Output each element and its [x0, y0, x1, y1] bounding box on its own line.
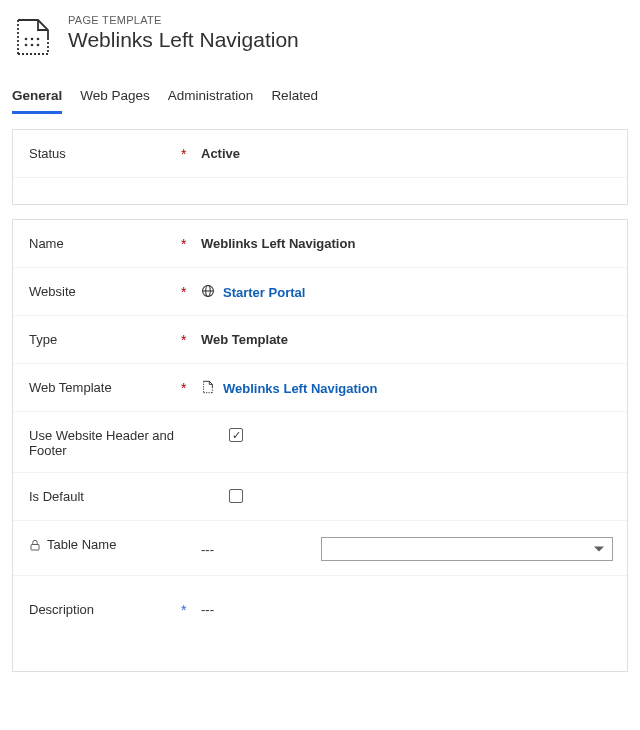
svg-point-4	[31, 38, 34, 41]
document-icon	[201, 380, 215, 397]
website-label: Website	[29, 284, 181, 299]
description-recommended-mark: *	[181, 602, 201, 617]
website-value[interactable]: Starter Portal	[223, 285, 305, 300]
website-required-mark: *	[181, 284, 201, 299]
svg-point-8	[37, 44, 40, 47]
svg-point-7	[31, 44, 34, 47]
svg-point-5	[37, 38, 40, 41]
web-template-value[interactable]: Weblinks Left Navigation	[223, 381, 377, 396]
type-label: Type	[29, 332, 181, 347]
is-default-label: Is Default	[29, 489, 181, 504]
globe-icon	[201, 284, 215, 301]
status-label: Status	[29, 146, 181, 161]
tab-administration[interactable]: Administration	[168, 84, 254, 114]
status-required-mark: *	[181, 146, 201, 161]
is-default-checkbox[interactable]	[229, 489, 243, 503]
status-card: Status * Active	[12, 129, 628, 205]
web-template-required-mark: *	[181, 380, 201, 395]
tab-bar: General Web Pages Administration Related	[0, 84, 640, 115]
header-eyebrow: PAGE TEMPLATE	[68, 14, 299, 26]
page-title: Weblinks Left Navigation	[68, 28, 299, 52]
table-name-select[interactable]	[321, 537, 613, 561]
name-value[interactable]: Weblinks Left Navigation	[201, 236, 355, 251]
name-required-mark: *	[181, 236, 201, 251]
name-label: Name	[29, 236, 181, 251]
tab-related[interactable]: Related	[271, 84, 318, 114]
type-required-mark: *	[181, 332, 201, 347]
tab-web-pages[interactable]: Web Pages	[80, 84, 150, 114]
use-header-footer-checkbox[interactable]	[229, 428, 243, 442]
use-header-footer-label: Use Website Header and Footer	[29, 428, 181, 458]
table-name-label: Table Name	[29, 537, 181, 554]
status-value[interactable]: Active	[201, 146, 240, 161]
tab-general[interactable]: General	[12, 84, 62, 114]
svg-rect-15	[31, 545, 39, 551]
type-value[interactable]: Web Template	[201, 332, 288, 347]
svg-point-3	[25, 38, 28, 41]
page-header: PAGE TEMPLATE Weblinks Left Navigation	[0, 0, 640, 78]
table-name-value: ---	[201, 542, 214, 557]
svg-point-6	[25, 44, 28, 47]
description-label: Description	[29, 602, 181, 617]
page-template-icon	[12, 16, 54, 58]
details-card: Name * Weblinks Left Navigation Website …	[12, 219, 628, 672]
web-template-label: Web Template	[29, 380, 181, 395]
description-value[interactable]: ---	[201, 602, 214, 617]
lock-icon	[29, 537, 41, 554]
